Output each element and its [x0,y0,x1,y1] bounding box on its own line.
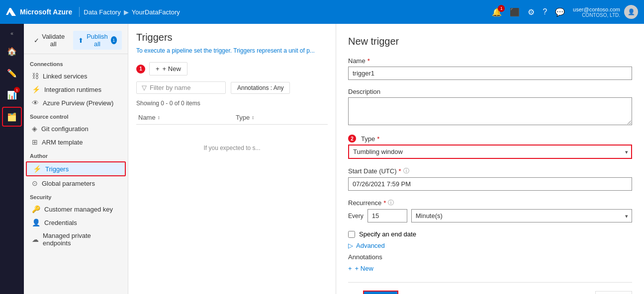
page-title: Triggers [136,32,328,43]
breadcrumb: Data Factory ▶ YourDataFactory [84,8,180,16]
type-select[interactable]: Tumbling window Schedule Event Custom ev… [348,145,632,159]
recurrence-form-group: Recurrence * ⓘ Every Minute(s) Second(s)… [348,199,632,222]
description-textarea[interactable] [348,97,632,125]
sidebar-item-managed-private-endpoints[interactable]: ☁ Managed private endpoints [26,229,126,249]
cancel-button[interactable]: Cancel [595,291,632,294]
brand-logo: Microsoft Azure [6,7,80,17]
every-label: Every [348,213,364,220]
filter-input-wrap[interactable]: ▽ Filter by name [136,81,226,94]
sidebar-item-credentials[interactable]: 👤 Credentials [26,216,126,229]
validate-all-button[interactable]: ✓ Validate all [30,31,69,50]
add-annotation-button[interactable]: + + New [348,265,373,272]
sidebar-item-monitor[interactable]: 📊 1 [2,85,22,105]
publish-all-button[interactable]: ⬆ Publish all 1 [73,31,122,50]
filter-placeholder: Filter by name [150,84,190,91]
filter-icon: ▽ [142,84,147,91]
step2-badge: 2 [348,135,356,143]
recurrence-row: Every Minute(s) Second(s) Hour(s) Day(s)… [348,209,632,222]
connections-section-label: Connections [24,57,128,69]
publish-badge: 1 [111,36,117,44]
plus-icon: + [156,65,160,73]
notifications-icon[interactable]: 🔔 1 [492,7,502,17]
new-trigger-button[interactable]: + + New [149,62,187,75]
recurrence-label: Recurrence * ⓘ [348,199,632,207]
feedback-icon[interactable]: 💬 [555,7,565,17]
col-type-header: Type ↕ [236,114,310,121]
linked-services-icon: ⛓ [32,72,39,80]
brand-name: Microsoft Azure [20,8,72,16]
type-select-wrap: Tumbling window Schedule Event Custom ev… [348,145,632,159]
notification-badge: 1 [498,5,505,12]
name-input[interactable] [348,67,632,80]
cloud-shell-icon[interactable]: ⬛ [510,7,520,17]
icon-sidebar: « 🏠 ✏️ 📊 1 🗂️ [0,24,24,294]
factory-name[interactable]: YourDataFactory [132,8,180,16]
app-name[interactable]: Data Factory [84,8,120,16]
sidebar-item-git-configuration[interactable]: ◈ Git configuration [26,122,126,135]
sidebar-item-global-parameters[interactable]: ⊙ Global parameters [26,177,126,190]
git-icon: ◈ [32,125,37,133]
annotations-title: Annotations [348,253,632,261]
sidebar-item-linked-services[interactable]: ⛓ Linked services [26,70,126,82]
top-bar: Microsoft Azure Data Factory ▶ YourDataF… [0,0,644,24]
recurrence-value-input[interactable] [368,209,407,222]
left-panel: ✓ Validate all ⬆ Publish all 1 Connectio… [24,24,128,294]
name-form-group: Name * [348,57,632,80]
new-trigger-title: New trigger [348,36,632,47]
recurrence-unit-select-wrap: Minute(s) Second(s) Hour(s) Day(s) Week(… [411,209,632,222]
add-annotation-plus-icon: + [348,265,352,272]
credentials-icon: 👤 [32,219,40,226]
type-required: * [377,135,379,143]
private-endpoints-icon: ☁ [32,235,39,243]
sidebar-item-triggers[interactable]: ⚡ Triggers [26,161,126,176]
user-info[interactable]: user@contoso.com CONTOSO, LTD. 👤 [573,5,638,19]
end-date-checkbox[interactable] [348,231,355,238]
start-date-label: Start Date (UTC) * ⓘ [348,167,632,175]
type-label: 2 Type * [348,135,632,143]
sidebar-item-azure-purview[interactable]: 👁 Azure Purview (Preview) [26,96,126,109]
sidebar-item-arm-template[interactable]: ⊞ ARM template [26,136,126,148]
start-date-required: * [399,167,401,175]
add-annotation-label: + New [355,265,373,272]
help-icon[interactable]: ? [543,7,547,16]
new-button-label: + New [163,65,181,73]
center-panel: Triggers To execute a pipeline set the t… [128,24,336,294]
recurrence-unit-select[interactable]: Minute(s) Second(s) Hour(s) Day(s) Week(… [411,209,632,222]
sidebar-item-edit[interactable]: ✏️ [2,63,22,83]
azure-logo-icon [6,7,16,17]
collapse-sidebar-button[interactable]: « [7,28,16,39]
filter-row: ▽ Filter by name Annotations : Any [136,81,328,94]
annotations-section: Annotations + + New [348,253,632,272]
breadcrumb-sep1: ▶ [124,8,129,16]
annotations-filter-button[interactable]: Annotations : Any [231,82,290,94]
sidebar-item-integration-runtimes[interactable]: ⚡ Integration runtimes [26,83,126,96]
sidebar-item-customer-managed-key[interactable]: 🔑 Customer managed key [26,203,126,216]
end-date-label: Specify an end date [359,230,416,238]
author-section-label: Author [24,149,128,161]
monitor-badge: 1 [14,87,20,93]
avatar[interactable]: 👤 [624,5,638,19]
settings-icon[interactable]: ⚙ [528,7,535,17]
col-name-header: Name ↕ [136,114,236,121]
source-control-section-label: Source control [24,110,128,122]
publish-icon: ⬆ [78,37,84,44]
advanced-row[interactable]: ▷ Advanced [348,242,632,249]
start-date-info-icon[interactable]: ⓘ [403,167,409,175]
ok-button[interactable]: OK [363,291,398,294]
step1-badge: 1 [136,65,145,74]
start-date-input[interactable] [348,177,632,191]
recurrence-required: * [383,199,386,207]
user-email: user@contoso.com [573,6,620,12]
empty-message: If you expected to s... [136,145,328,151]
main-layout: « 🏠 ✏️ 📊 1 🗂️ ✓ Validate all ⬆ Publish a… [0,24,644,294]
triggers-icon: ⚡ [33,165,41,173]
start-date-form-group: Start Date (UTC) * ⓘ [348,167,632,191]
top-bar-right: 🔔 1 ⬛ ⚙ ? 💬 user@contoso.com CONTOSO, LT… [492,5,638,19]
sidebar-item-manage[interactable]: 🗂️ [2,107,22,127]
sort-icon: ↕ [158,115,160,120]
sidebar-item-home[interactable]: 🏠 [2,41,22,61]
type-form-group: 2 Type * Tumbling window Schedule Event … [348,135,632,159]
left-panel-toolbar: ✓ Validate all ⬆ Publish all 1 [24,29,128,54]
panel-footer: 3 OK Cancel [348,282,632,294]
recurrence-info-icon[interactable]: ⓘ [388,199,394,207]
